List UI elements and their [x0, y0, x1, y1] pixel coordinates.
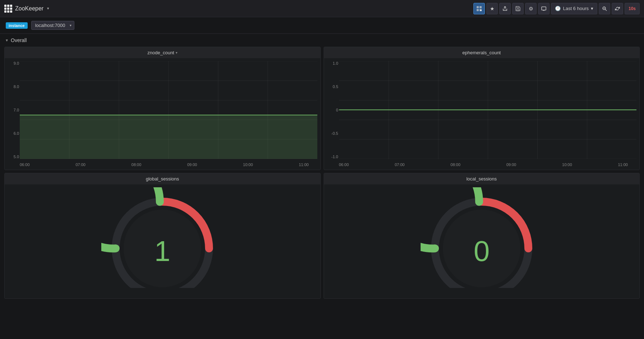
global-sessions-gauge: 1	[5, 184, 320, 290]
instance-label: instance	[6, 22, 28, 29]
ephemerals-count-title-bar: ephemerals_count	[324, 47, 640, 58]
eph-x-1000: 10:00	[562, 162, 572, 167]
app-brand: ZooKeeper ▾	[4, 5, 49, 13]
save-button[interactable]	[512, 3, 524, 14]
time-range-picker[interactable]: 🕐 Last 6 hours ▾	[551, 3, 597, 14]
x-label-1000: 10:00	[243, 162, 253, 167]
ephemerals-count-panel: ephemerals_count 1.	[324, 47, 640, 170]
time-range-caret: ▾	[591, 6, 593, 11]
svg-rect-3	[479, 9, 482, 11]
y-label-7: 7.0	[6, 108, 19, 112]
eph-x-0800: 08:00	[450, 162, 460, 167]
eph-x-0900: 09:00	[506, 162, 516, 167]
znode-count-caret[interactable]: ▾	[176, 51, 177, 55]
global-sessions-panel: global_sessions 1	[4, 173, 321, 299]
x-label-0900: 09:00	[187, 162, 197, 167]
subheader: instance localhost:7000 ▾	[0, 17, 644, 34]
znode-x-axis: 06:00 07:00 08:00 09:00 10:00 11:00	[5, 162, 320, 168]
y-label-5: 5.0	[6, 155, 19, 159]
local-sessions-panel: local_sessions 0	[324, 173, 640, 299]
app-grid-icon	[4, 5, 12, 13]
y-label-6: 6.0	[6, 131, 19, 136]
znode-count-svg	[20, 61, 318, 159]
zoom-out-button[interactable]	[599, 3, 610, 14]
eph-y-neg1.0: -1.0	[325, 155, 338, 159]
global-sessions-title: global_sessions	[146, 176, 179, 182]
svg-rect-2	[477, 9, 479, 11]
eph-y-1.0: 1.0	[325, 61, 338, 65]
instance-select-wrapper: localhost:7000 ▾	[31, 21, 74, 30]
znode-count-panel: znode_count ▾	[4, 47, 321, 170]
global-sessions-value: 1	[154, 235, 171, 267]
top-navigation: ZooKeeper ▾ ★ ⚙	[0, 0, 644, 17]
global-sessions-svg: 1	[101, 187, 223, 288]
overall-section-header: ▾ Overall	[0, 34, 644, 45]
eph-y-0.5: 0.5	[325, 84, 338, 89]
refresh-interval-label: 10s	[629, 6, 636, 11]
svg-rect-6	[542, 7, 546, 10]
svg-marker-23	[20, 115, 318, 159]
x-label-0600: 06:00	[20, 162, 30, 167]
local-sessions-title: local_sessions	[466, 176, 497, 182]
x-label-0700: 07:00	[75, 162, 85, 167]
eph-x-1100: 11:00	[618, 162, 628, 167]
star-button[interactable]: ★	[486, 3, 498, 14]
overall-section-label: Overall	[11, 37, 27, 43]
clock-icon: 🕐	[555, 6, 561, 11]
eph-y-neg0.5: -0.5	[325, 131, 338, 136]
znode-count-title-bar: znode_count ▾	[5, 47, 320, 58]
znode-count-title: znode_count	[148, 50, 174, 55]
x-label-0800: 08:00	[131, 162, 142, 167]
x-label-1100: 11:00	[299, 162, 309, 167]
refresh-icon-button[interactable]	[612, 3, 623, 14]
app-title-caret[interactable]: ▾	[47, 6, 49, 11]
charts-grid: znode_count ▾	[0, 45, 644, 300]
display-button[interactable]	[538, 3, 550, 14]
eph-y-0: 0	[325, 108, 338, 112]
time-range-label: Last 6 hours	[563, 6, 589, 11]
settings-button[interactable]: ⚙	[525, 3, 537, 14]
local-sessions-value: 0	[474, 235, 490, 267]
instance-select[interactable]: localhost:7000	[31, 21, 74, 30]
refresh-interval-button[interactable]: 10s	[625, 3, 640, 14]
eph-x-0600: 06:00	[339, 162, 349, 167]
app-title: ZooKeeper	[15, 5, 43, 12]
add-panel-button[interactable]	[473, 3, 485, 14]
znode-y-axis: 9.0 8.0 7.0 6.0 5.0	[6, 61, 19, 159]
svg-rect-1	[479, 6, 482, 8]
topnav-actions: ★ ⚙ 🕐 Last 6 hours ▾	[473, 3, 640, 14]
global-sessions-title-bar: global_sessions	[5, 173, 320, 184]
svg-rect-0	[477, 6, 479, 8]
ephemerals-y-axis: 1.0 0.5 0 -0.5 -1.0	[325, 61, 338, 159]
section-chevron-icon[interactable]: ▾	[6, 38, 8, 43]
svg-line-10	[605, 9, 607, 11]
local-sessions-title-bar: local_sessions	[324, 173, 640, 184]
ephemerals-count-title: ephemerals_count	[462, 50, 501, 55]
share-button[interactable]	[499, 3, 511, 14]
ephemerals-count-chart: 1.0 0.5 0 -0.5 -1.0 06:00 07:00 08:00 09…	[324, 58, 640, 170]
znode-count-chart: 9.0 8.0 7.0 6.0 5.0 06:00 07:00 08:00 09…	[5, 58, 320, 170]
ephemerals-x-axis: 06:00 07:00 08:00 09:00 10:00 11:00	[324, 162, 640, 168]
ephemerals-svg	[339, 61, 637, 159]
local-sessions-gauge: 0	[324, 184, 640, 290]
y-label-8: 8.0	[6, 84, 19, 89]
y-label-9: 9.0	[6, 61, 19, 65]
eph-x-0700: 07:00	[395, 162, 405, 167]
local-sessions-svg: 0	[421, 187, 543, 288]
